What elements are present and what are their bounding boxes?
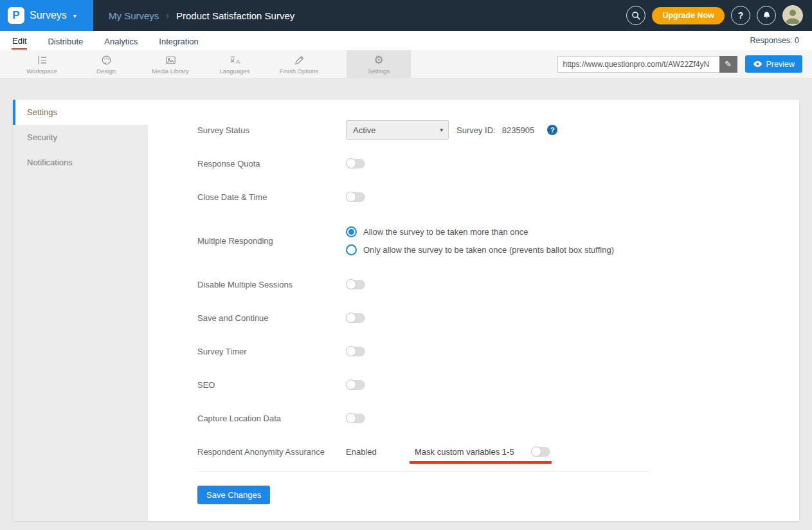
edit-toolbar: Workspace Design Media Library A Languag…	[0, 50, 812, 78]
anonymity-status: Enabled	[346, 447, 415, 457]
tab-edit[interactable]: Edit	[12, 32, 27, 50]
disable-sessions-label: Disable Multiple Sessions	[197, 280, 346, 289]
radio-allow-once[interactable]: Only allow the survey to be taken once (…	[346, 244, 614, 255]
toolbar-item-settings[interactable]: ⚙ Settings	[347, 50, 411, 78]
survey-id-help-icon[interactable]: ?	[547, 125, 557, 135]
survey-tabs: Edit Distribute Analytics Integration Re…	[0, 31, 812, 50]
settings-sidebar: Settings Security Notifications	[13, 100, 148, 521]
chevron-down-icon: ▾	[73, 12, 77, 19]
svg-text:A: A	[235, 58, 240, 65]
anonymity-row: Respondent Anonymity Assurance Enabled M…	[197, 435, 799, 468]
help-button[interactable]: ?	[731, 6, 750, 25]
save-changes-button[interactable]: Save Changes	[197, 486, 270, 504]
finish-options-pencil-icon	[293, 54, 305, 67]
search-icon	[631, 11, 641, 21]
seo-toggle[interactable]	[346, 380, 365, 390]
survey-id-group: Survey ID: 8235905 ?	[456, 125, 557, 135]
red-annotation-underline	[410, 461, 552, 464]
toggle-knob	[531, 446, 541, 457]
bell-icon	[762, 11, 771, 21]
preview-button[interactable]: Preview	[745, 55, 802, 73]
survey-status-value: Active	[353, 125, 375, 135]
settings-form: Survey Status Active ▾ Survey ID: 823590…	[148, 100, 799, 521]
capture-location-label: Capture Location Data	[197, 414, 346, 423]
toolbar-item-finish-options[interactable]: Finish Options	[267, 50, 331, 78]
toggle-knob	[346, 192, 356, 202]
toggle-knob	[346, 346, 356, 356]
capture-location-row: Capture Location Data	[197, 401, 799, 435]
toolbar-item-design[interactable]: Design	[74, 50, 138, 78]
sidebar-item-security[interactable]: Security	[13, 125, 148, 150]
radio-allow-multiple-label: Allow the survey to be taken more than o…	[363, 227, 528, 237]
notifications-button[interactable]	[757, 6, 776, 25]
breadcrumb: My Surveys › Product Satisfaction Survey	[109, 10, 294, 21]
capture-location-toggle[interactable]	[346, 414, 365, 423]
survey-status-dropdown[interactable]: Active ▾	[346, 120, 449, 140]
user-avatar[interactable]	[782, 5, 803, 26]
media-library-icon	[165, 54, 177, 67]
sidebar-item-notifications[interactable]: Notifications	[13, 150, 148, 175]
radio-unselected-icon[interactable]	[346, 244, 357, 255]
workspace-icon	[36, 54, 48, 67]
search-button[interactable]	[626, 6, 645, 25]
radio-allow-once-label: Only allow the survey to be taken once (…	[363, 245, 614, 255]
tab-analytics[interactable]: Analytics	[104, 33, 138, 49]
anonymity-label: Respondent Anonymity Assurance	[197, 447, 346, 457]
topbar: P Surveys ▾ My Surveys › Product Satisfa…	[0, 0, 812, 31]
breadcrumb-current-survey: Product Satisfaction Survey	[176, 10, 294, 21]
mask-variables-toggle[interactable]	[531, 447, 550, 457]
eye-icon	[753, 60, 762, 68]
breadcrumb-separator-icon: ›	[166, 10, 169, 21]
product-switcher[interactable]: P Surveys ▾	[0, 0, 93, 31]
multiple-responding-label: Multiple Responding	[197, 236, 346, 246]
multiple-responding-options: Allow the survey to be taken more than o…	[346, 226, 614, 255]
survey-timer-label: Survey Timer	[197, 347, 346, 356]
multiple-responding-row: Multiple Responding Allow the survey to …	[197, 214, 799, 268]
toolbar-item-media-library[interactable]: Media Library	[138, 50, 203, 78]
languages-icon: A	[229, 54, 241, 67]
toolbar-item-languages[interactable]: A Languages	[203, 50, 267, 78]
response-quota-label: Response Quota	[197, 159, 346, 169]
settings-card: Settings Security Notifications Survey S…	[13, 100, 799, 521]
survey-id-label: Survey ID:	[456, 125, 496, 135]
avatar-image	[783, 6, 802, 25]
response-quota-row: Response Quota	[197, 147, 799, 180]
save-continue-row: Save and Continue	[197, 301, 799, 334]
mask-variables-group: Mask custom variables 1-5	[415, 447, 550, 457]
survey-status-row: Survey Status Active ▾ Survey ID: 823590…	[197, 113, 799, 147]
toggle-knob	[346, 158, 356, 169]
mask-variables-label: Mask custom variables 1-5	[415, 447, 514, 457]
save-continue-toggle[interactable]	[346, 313, 365, 323]
tab-distribute[interactable]: Distribute	[47, 33, 84, 49]
survey-timer-toggle[interactable]	[346, 347, 365, 356]
toolbar-item-workspace[interactable]: Workspace	[10, 50, 74, 78]
question-mark-icon: ?	[738, 10, 744, 21]
toolbar-right: ✎ Preview	[557, 50, 812, 78]
upgrade-now-button[interactable]: Upgrade Now	[652, 7, 725, 24]
close-date-row: Close Date & Time	[197, 180, 799, 214]
close-date-toggle[interactable]	[346, 192, 365, 202]
disable-sessions-toggle[interactable]	[346, 280, 365, 289]
toggle-knob	[346, 279, 356, 289]
radio-selected-icon[interactable]	[346, 226, 357, 237]
form-divider	[197, 471, 649, 472]
close-date-label: Close Date & Time	[197, 192, 346, 202]
survey-url-input[interactable]	[557, 56, 719, 73]
tab-integration[interactable]: Integration	[158, 33, 199, 49]
chevron-down-icon: ▾	[440, 127, 443, 133]
sidebar-item-settings[interactable]: Settings	[13, 100, 148, 125]
survey-status-label: Survey Status	[197, 125, 346, 135]
survey-url-group: ✎	[557, 56, 737, 73]
edit-url-button[interactable]: ✎	[719, 56, 737, 73]
product-name: Surveys	[30, 10, 67, 21]
response-quota-toggle[interactable]	[346, 159, 365, 169]
seo-row: SEO	[197, 368, 799, 401]
radio-allow-multiple[interactable]: Allow the survey to be taken more than o…	[346, 226, 614, 237]
survey-timer-row: Survey Timer	[197, 334, 799, 368]
design-palette-icon	[100, 54, 113, 67]
settings-gear-icon: ⚙	[374, 54, 383, 67]
pencil-icon: ✎	[725, 59, 732, 69]
responses-count: Responses: 0	[750, 36, 799, 45]
breadcrumb-my-surveys[interactable]: My Surveys	[109, 10, 159, 21]
questionpro-logo-icon: P	[8, 7, 24, 24]
